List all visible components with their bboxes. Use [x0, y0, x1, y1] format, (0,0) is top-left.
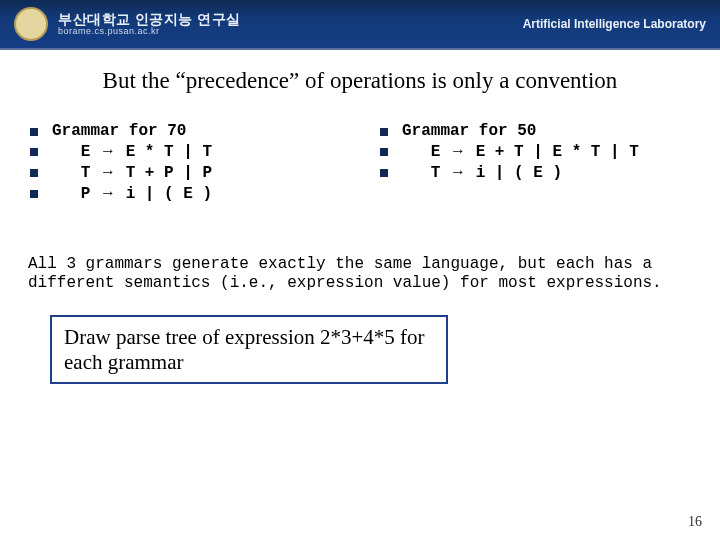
page-number: 16 [688, 514, 702, 530]
org-url: borame.cs.pusan.ac.kr [58, 27, 241, 36]
arrow-icon: → [100, 142, 116, 159]
exercise-callout: Draw parse tree of expression 2*3+4*5 fo… [50, 315, 448, 383]
arrow-icon: → [450, 163, 466, 180]
university-logo [14, 7, 48, 41]
bullet-icon [30, 148, 38, 156]
grammar-rule: T → T + P | P [52, 163, 212, 182]
explanation-text: All 3 grammars generate exactly the same… [0, 255, 720, 293]
arrow-icon: → [100, 184, 116, 201]
bullet-icon [30, 128, 38, 136]
grammar-heading: Grammar for 70 [52, 122, 186, 140]
grammar-rule: E → E + T | E * T | T [402, 142, 639, 161]
grammar-left: Grammar for 70 E → E * T | T T → T + P |… [30, 122, 340, 205]
header-divider [0, 48, 720, 50]
slide-title: But the “precedence” of operations is on… [0, 68, 720, 94]
grammar-right: Grammar for 50 E → E + T | E * T | T T →… [380, 122, 690, 205]
grammar-rule: P → i | ( E ) [52, 184, 212, 203]
grammar-rule: T → i | ( E ) [402, 163, 562, 182]
bullet-icon [30, 169, 38, 177]
bullet-icon [380, 148, 388, 156]
slide-header: 부산대학교 인공지능 연구실 borame.cs.pusan.ac.kr Art… [0, 0, 720, 48]
bullet-icon [380, 128, 388, 136]
arrow-icon: → [450, 142, 466, 159]
grammar-heading: Grammar for 50 [402, 122, 536, 140]
bullet-icon [380, 169, 388, 177]
grammar-rule: E → E * T | T [52, 142, 212, 161]
bullet-icon [30, 190, 38, 198]
org-name: 부산대학교 인공지능 연구실 [58, 12, 241, 27]
arrow-icon: → [100, 163, 116, 180]
lab-name: Artificial Intelligence Laboratory [523, 17, 706, 31]
